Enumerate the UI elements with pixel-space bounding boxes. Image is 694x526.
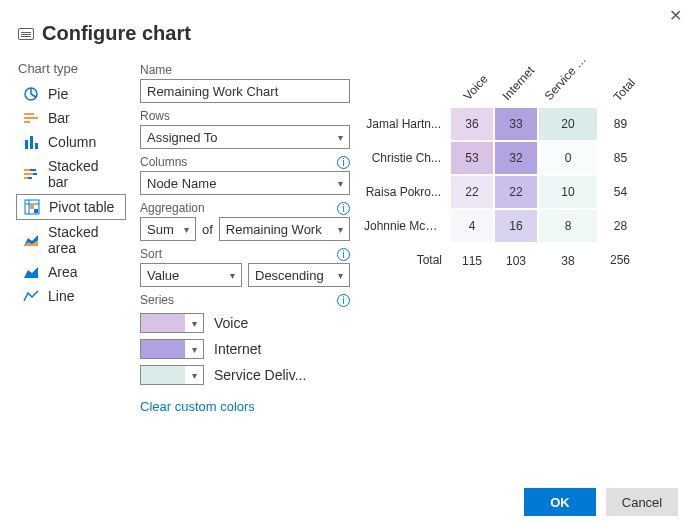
rows-select[interactable]: Assigned To▾ bbox=[140, 125, 350, 149]
bar-icon bbox=[22, 110, 40, 126]
chevron-down-icon: ▾ bbox=[338, 224, 343, 235]
cancel-button[interactable]: Cancel bbox=[606, 488, 678, 516]
pivot-row-header: Johnnie McL... bbox=[364, 209, 450, 243]
series-label: Series bbox=[140, 293, 174, 307]
column-icon bbox=[22, 134, 40, 150]
chart-type-pivot-table[interactable]: Pivot table bbox=[16, 194, 126, 220]
series-item: ▾Service Deliv... bbox=[140, 365, 350, 385]
series-color-picker[interactable]: ▾ bbox=[140, 313, 204, 333]
close-icon[interactable]: ✕ bbox=[669, 6, 682, 25]
chevron-down-icon: ▾ bbox=[185, 344, 203, 355]
pie-icon bbox=[22, 86, 40, 102]
aggregation-of-label: of bbox=[202, 222, 213, 237]
svg-rect-5 bbox=[30, 136, 33, 149]
svg-rect-12 bbox=[28, 177, 32, 179]
pivot-cell: 10 bbox=[538, 175, 598, 209]
pivot-row-header: Christie Ch... bbox=[364, 141, 450, 175]
chart-type-pie[interactable]: Pie bbox=[16, 82, 126, 106]
chart-type-label: Stacked bar bbox=[48, 158, 120, 190]
pivot-row-total: 54 bbox=[598, 175, 642, 209]
pivot-column-header: Service Del... bbox=[538, 61, 598, 107]
ok-button[interactable]: OK bbox=[524, 488, 596, 516]
chart-type-area[interactable]: Area bbox=[16, 260, 126, 284]
svg-rect-8 bbox=[30, 169, 36, 171]
pivot-column-total: 256 bbox=[598, 243, 642, 277]
chart-type-label: Stacked area bbox=[48, 224, 120, 256]
chart-type-stacked-area[interactable]: Stacked area bbox=[16, 220, 126, 260]
svg-rect-11 bbox=[24, 177, 28, 179]
dialog-footer: OK Cancel bbox=[524, 488, 678, 516]
area-icon bbox=[22, 264, 40, 280]
aggregation-label: Aggregation bbox=[140, 201, 205, 215]
name-label: Name bbox=[140, 63, 172, 77]
stacked-bar-icon bbox=[22, 166, 40, 182]
aggregation-op-select[interactable]: Sum▾ bbox=[140, 217, 196, 241]
svg-rect-16 bbox=[30, 205, 34, 209]
pivot-preview: VoiceInternetService Del...TotalJamal Ha… bbox=[364, 57, 678, 414]
pivot-row-total: 85 bbox=[598, 141, 642, 175]
clear-custom-colors-link[interactable]: Clear custom colors bbox=[140, 399, 350, 414]
info-icon[interactable]: i bbox=[337, 294, 350, 307]
pivot-cell: 22 bbox=[494, 175, 538, 209]
pivot-row: Jamal Hartn...36332089 bbox=[364, 107, 642, 141]
chart-type-label: Line bbox=[48, 288, 74, 304]
series-name: Internet bbox=[214, 341, 261, 357]
sort-by-select[interactable]: Value▾ bbox=[140, 263, 242, 287]
pivot-cell: 16 bbox=[494, 209, 538, 243]
series-color-picker[interactable]: ▾ bbox=[140, 365, 204, 385]
chevron-down-icon: ▾ bbox=[184, 224, 189, 235]
chart-type-label: Pie bbox=[48, 86, 68, 102]
chart-type-column[interactable]: Column bbox=[16, 130, 126, 154]
dialog-header: Configure chart bbox=[0, 0, 694, 53]
sort-label: Sort bbox=[140, 247, 162, 261]
series-color-picker[interactable]: ▾ bbox=[140, 339, 204, 359]
svg-rect-4 bbox=[25, 140, 28, 149]
pivot-column-header: Total bbox=[598, 61, 642, 107]
columns-select[interactable]: Node Name▾ bbox=[140, 171, 350, 195]
chart-type-bar[interactable]: Bar bbox=[16, 106, 126, 130]
info-icon[interactable]: i bbox=[337, 156, 350, 169]
pivot-row: Christie Ch...5332085 bbox=[364, 141, 642, 175]
chevron-down-icon: ▾ bbox=[185, 318, 203, 329]
pivot-column-header: Voice bbox=[450, 61, 494, 107]
chart-type-list: Chart type PieBarColumnStacked barPivot … bbox=[16, 57, 126, 414]
chart-config-form: Name Remaining Work Chart Rows Assigned … bbox=[140, 57, 350, 414]
chevron-down-icon: ▾ bbox=[230, 270, 235, 281]
pivot-table-icon bbox=[23, 199, 41, 215]
rows-label: Rows bbox=[140, 109, 170, 123]
chevron-down-icon: ▾ bbox=[338, 270, 343, 281]
aggregation-field-select[interactable]: Remaining Work▾ bbox=[219, 217, 350, 241]
name-input[interactable]: Remaining Work Chart bbox=[140, 79, 350, 103]
svg-rect-9 bbox=[24, 173, 33, 175]
sort-dir-select[interactable]: Descending▾ bbox=[248, 263, 350, 287]
chart-type-line[interactable]: Line bbox=[16, 284, 126, 308]
pivot-column-total: 103 bbox=[494, 243, 538, 277]
pivot-column-total: 38 bbox=[538, 243, 598, 277]
pivot-row-total: 89 bbox=[598, 107, 642, 141]
pivot-column-header: Internet bbox=[494, 61, 538, 107]
chart-type-stacked-bar[interactable]: Stacked bar bbox=[16, 154, 126, 194]
chart-type-label: Pivot table bbox=[49, 199, 114, 215]
series-name: Voice bbox=[214, 315, 248, 331]
svg-rect-7 bbox=[24, 169, 30, 171]
chevron-down-icon: ▾ bbox=[185, 370, 203, 381]
pivot-row-header: Raisa Pokro... bbox=[364, 175, 450, 209]
pivot-total-label: Total bbox=[364, 243, 450, 277]
pivot-row-total: 28 bbox=[598, 209, 642, 243]
pivot-cell: 36 bbox=[450, 107, 494, 141]
chevron-down-icon: ▾ bbox=[338, 132, 343, 143]
line-icon bbox=[22, 288, 40, 304]
columns-label: Columns bbox=[140, 155, 187, 169]
pivot-cell: 32 bbox=[494, 141, 538, 175]
chart-type-label: Column bbox=[48, 134, 96, 150]
series-item: ▾Internet bbox=[140, 339, 350, 359]
info-icon[interactable]: i bbox=[337, 248, 350, 261]
series-item: ▾Voice bbox=[140, 313, 350, 333]
pivot-cell: 22 bbox=[450, 175, 494, 209]
info-icon[interactable]: i bbox=[337, 202, 350, 215]
pivot-total-row: Total11510338256 bbox=[364, 243, 642, 277]
chart-type-label: Bar bbox=[48, 110, 70, 126]
pivot-cell: 53 bbox=[450, 141, 494, 175]
svg-rect-1 bbox=[24, 113, 34, 115]
svg-rect-10 bbox=[33, 173, 37, 175]
